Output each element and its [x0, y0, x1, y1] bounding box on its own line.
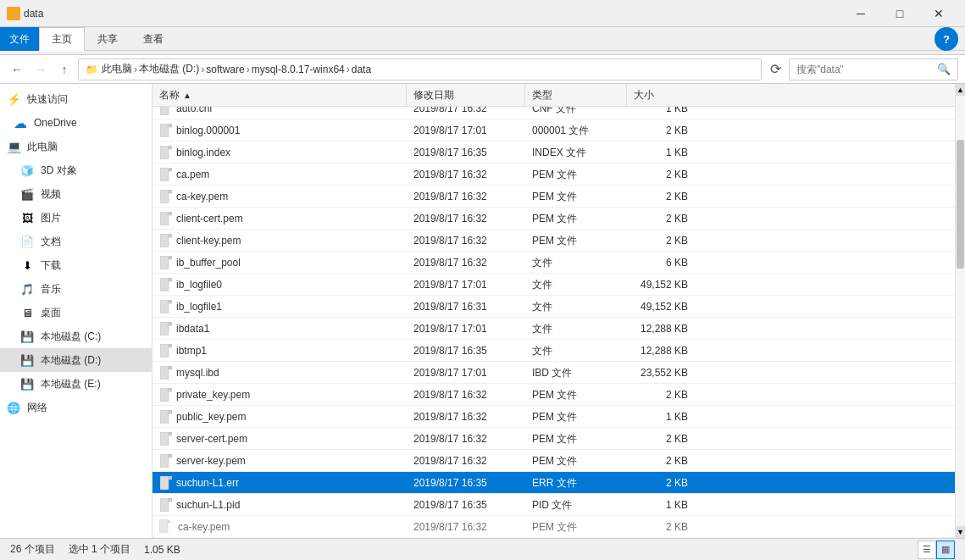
file-row[interactable]: mysql.ibd2019/8/17 17:01IBD 文件23,552 KB: [153, 362, 955, 384]
sidebar-item-network[interactable]: 🌐 网络: [0, 396, 152, 419]
breadcrumb-part-4[interactable]: mysql-8.0.17-winx64: [252, 64, 345, 75]
breadcrumb-part-2[interactable]: 本地磁盘 (D:): [139, 62, 199, 76]
svg-rect-31: [160, 256, 169, 269]
file-icon: [159, 300, 173, 313]
sidebar-item-quick-access[interactable]: ⚡ 快速访问: [0, 87, 152, 111]
file-row[interactable]: ca-key.pem2019/8/17 16:32PEM 文件2 KB: [153, 186, 955, 208]
sidebar-item-local-c[interactable]: 💾 本地磁盘 (C:): [0, 324, 152, 348]
window-icon: [7, 7, 20, 20]
sidebar-item-local-e[interactable]: 💾 本地磁盘 (E:): [0, 372, 152, 396]
status-bar: 26 个项目 选中 1 个项目 1.05 KB ☰ ▦: [0, 538, 965, 560]
file-row[interactable]: public_key.pem2019/8/17 16:32PEM 文件1 KB: [153, 406, 955, 428]
scroll-thumb[interactable]: [957, 140, 964, 269]
file-row[interactable]: ib_logfile02019/8/17 17:01文件49,152 KB: [153, 274, 955, 296]
col-size[interactable]: 大小: [627, 84, 695, 106]
file-row[interactable]: ibdata12019/8/17 17:01文件12,288 KB: [153, 318, 955, 340]
scroll-up[interactable]: ▲: [956, 84, 965, 96]
file-row[interactable]: ibtmp12019/8/17 16:35文件12,288 KB: [153, 340, 955, 362]
file-name-label: client-key.pem: [176, 235, 241, 247]
file-icon: [159, 278, 173, 291]
breadcrumb-part-3[interactable]: software: [206, 64, 244, 75]
sidebar-item-3d[interactable]: 🧊 3D 对象: [0, 158, 152, 182]
breadcrumb-folder-icon: 📁: [86, 64, 98, 75]
close-button[interactable]: ✕: [919, 0, 958, 27]
back-button[interactable]: ←: [7, 59, 27, 80]
file-size-cell: 23,552 KB: [627, 362, 695, 384]
file-type-cell: PEM 文件: [525, 384, 627, 406]
music-icon: 🎵: [20, 282, 34, 296]
ribbon: 文件 主页 共享 查看 ?: [0, 27, 965, 55]
svg-rect-10: [160, 107, 169, 115]
file-row[interactable]: ib_logfile12019/8/17 16:31文件49,152 KB: [153, 296, 955, 318]
breadcrumb-part-1[interactable]: 此电脑: [102, 62, 132, 76]
col-modified[interactable]: 修改日期: [407, 84, 525, 106]
file-size-cell: 12,288 KB: [627, 318, 695, 340]
col-name[interactable]: 名称 ▲: [153, 84, 407, 106]
address-bar[interactable]: 📁 此电脑 › 本地磁盘 (D:) › software › mysql-8.0…: [78, 58, 762, 80]
sidebar-item-documents[interactable]: 📄 文档: [0, 230, 152, 253]
up-button[interactable]: ↑: [54, 59, 75, 80]
file-modified-cell: 2019/8/17 16:35: [407, 141, 525, 164]
refresh-button[interactable]: ⟳: [765, 59, 785, 80]
file-size-cell: 2 KB: [627, 186, 695, 208]
file-icon: [159, 146, 173, 159]
breadcrumb-current[interactable]: data: [352, 64, 371, 75]
sidebar-item-pictures[interactable]: 🖼 图片: [0, 206, 152, 230]
tab-share[interactable]: 共享: [85, 27, 130, 51]
col-type[interactable]: 类型: [525, 84, 627, 106]
file-type-cell: INDEX 文件: [525, 141, 627, 164]
view-list-button[interactable]: ☰: [918, 541, 936, 559]
file-row[interactable]: suchun-L1.pid2019/8/17 16:35PID 文件1 KB: [153, 494, 955, 516]
help-button[interactable]: ?: [934, 27, 958, 51]
file-row[interactable]: ib_buffer_pool2019/8/17 16:32文件6 KB: [153, 252, 955, 274]
file-row[interactable]: ca-key.pem2019/8/17 16:32PEM 文件2 KB: [153, 516, 955, 538]
forward-button[interactable]: →: [31, 59, 51, 80]
tab-file[interactable]: 文件: [0, 27, 39, 51]
sidebar-item-music[interactable]: 🎵 音乐: [0, 277, 152, 301]
file-row[interactable]: client-cert.pem2019/8/17 16:32PEM 文件2 KB: [153, 208, 955, 230]
file-row[interactable]: private_key.pem2019/8/17 16:32PEM 文件2 KB: [153, 384, 955, 406]
file-row[interactable]: ca.pem2019/8/17 16:32PEM 文件2 KB: [153, 164, 955, 186]
file-row[interactable]: auto.cnf2019/8/17 16:32CNF 文件1 KB: [153, 107, 955, 119]
file-type-cell: PEM 文件: [525, 428, 627, 450]
file-row[interactable]: binlog.0000012019/8/17 17:01000001 文件2 K…: [153, 119, 955, 141]
file-modified-cell: 2019/8/17 16:35: [407, 472, 525, 494]
scrollbar[interactable]: ▲ ▼: [955, 84, 965, 538]
sidebar-item-onedrive[interactable]: ☁ OneDrive: [0, 111, 152, 135]
file-icon: [159, 168, 173, 181]
file-row[interactable]: server-cert.pem2019/8/17 16:32PEM 文件2 KB: [153, 428, 955, 450]
file-row[interactable]: binlog.index2019/8/17 16:35INDEX 文件1 KB: [153, 141, 955, 164]
svg-rect-55: [160, 432, 169, 446]
local-e-icon: 💾: [20, 377, 34, 391]
file-name-cell: binlog.index: [153, 141, 407, 164]
ribbon-commands: [0, 51, 965, 54]
file-type-cell: 文件: [525, 340, 627, 362]
sidebar-item-downloads[interactable]: ⬇ 下载: [0, 253, 152, 277]
tab-home[interactable]: 主页: [39, 27, 85, 51]
file-size-cell: 2 KB: [627, 472, 695, 494]
maximize-button[interactable]: □: [880, 0, 919, 27]
search-box[interactable]: 🔍: [789, 58, 958, 80]
file-row[interactable]: suchun-L1.err2019/8/17 16:35ERR 文件2 KB: [153, 472, 955, 494]
file-size-cell: 49,152 KB: [627, 274, 695, 296]
search-input[interactable]: [796, 64, 937, 75]
sidebar-item-this-pc[interactable]: 💻 此电脑: [0, 135, 152, 158]
sidebar-item-desktop[interactable]: 🖥 桌面: [0, 301, 152, 324]
sidebar-label-network: 网络: [27, 401, 47, 415]
file-size-cell: 1 KB: [627, 141, 695, 164]
file-size-cell: 2 KB: [627, 428, 695, 450]
file-name-label: suchun-L1.pid: [176, 499, 240, 511]
sidebar-item-local-d[interactable]: 💾 本地磁盘 (D:): [0, 348, 152, 372]
file-name-label: mysql.ibd: [176, 367, 219, 379]
minimize-button[interactable]: ─: [841, 0, 880, 27]
view-details-button[interactable]: ▦: [936, 541, 955, 559]
scroll-down[interactable]: ▼: [956, 526, 965, 538]
file-row[interactable]: client-key.pem2019/8/17 16:32PEM 文件2 KB: [153, 230, 955, 252]
file-modified-cell: 2019/8/17 16:31: [407, 296, 525, 318]
sidebar-item-videos[interactable]: 🎬 视频: [0, 182, 152, 206]
file-icon: [159, 388, 173, 402]
file-name-label: public_key.pem: [176, 411, 247, 423]
tab-view[interactable]: 查看: [130, 27, 176, 51]
file-row[interactable]: server-key.pem2019/8/17 16:32PEM 文件2 KB: [153, 450, 955, 472]
svg-rect-21: [169, 168, 172, 171]
